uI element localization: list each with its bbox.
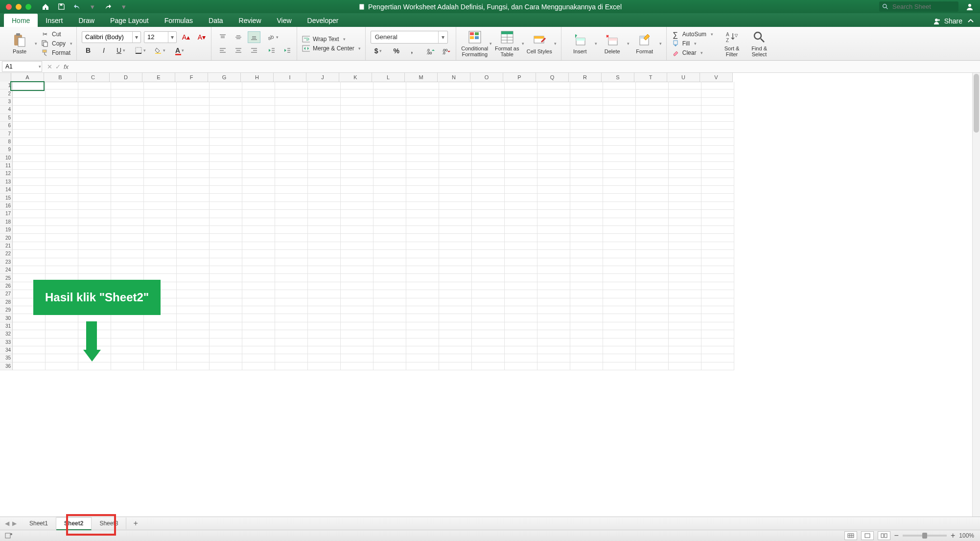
cell[interactable] bbox=[570, 234, 603, 242]
cell[interactable] bbox=[701, 226, 734, 234]
cell[interactable] bbox=[472, 210, 505, 218]
cell[interactable] bbox=[275, 122, 308, 130]
cell[interactable] bbox=[669, 202, 701, 210]
cell[interactable] bbox=[308, 162, 341, 170]
cell[interactable] bbox=[439, 82, 472, 90]
cell[interactable] bbox=[603, 138, 636, 146]
cell[interactable] bbox=[701, 354, 734, 362]
cell[interactable] bbox=[570, 226, 603, 234]
cell[interactable] bbox=[505, 210, 537, 218]
cell[interactable] bbox=[406, 338, 439, 346]
cell[interactable] bbox=[669, 154, 701, 162]
cell[interactable] bbox=[144, 202, 177, 210]
cell[interactable] bbox=[242, 250, 275, 258]
cell[interactable] bbox=[472, 218, 505, 226]
cell[interactable] bbox=[111, 98, 144, 106]
cell[interactable] bbox=[570, 250, 603, 258]
cell[interactable] bbox=[439, 218, 472, 226]
cond-format-caret[interactable]: ▾ bbox=[489, 41, 493, 46]
cell[interactable] bbox=[505, 290, 537, 298]
cell[interactable] bbox=[210, 306, 242, 314]
cell[interactable] bbox=[13, 250, 46, 258]
cell[interactable] bbox=[373, 266, 406, 274]
decrease-font-button[interactable]: A▾ bbox=[195, 31, 208, 43]
cell[interactable] bbox=[275, 162, 308, 170]
cell[interactable] bbox=[603, 146, 636, 154]
cell[interactable] bbox=[570, 266, 603, 274]
cell[interactable] bbox=[78, 98, 111, 106]
cell[interactable] bbox=[537, 162, 570, 170]
cell[interactable] bbox=[210, 338, 242, 346]
cell[interactable] bbox=[13, 194, 46, 202]
vertical-scrollbar[interactable] bbox=[972, 73, 980, 517]
cell[interactable] bbox=[701, 306, 734, 314]
cell[interactable] bbox=[78, 122, 111, 130]
cell[interactable] bbox=[242, 178, 275, 186]
currency-button[interactable]: $▾ bbox=[371, 45, 387, 57]
cell[interactable] bbox=[701, 98, 734, 106]
cell[interactable] bbox=[701, 114, 734, 122]
cell[interactable] bbox=[242, 162, 275, 170]
cell[interactable] bbox=[13, 106, 46, 113]
cell[interactable] bbox=[472, 202, 505, 210]
cell[interactable] bbox=[275, 274, 308, 282]
cell[interactable] bbox=[341, 338, 373, 346]
cell[interactable] bbox=[144, 154, 177, 162]
cell[interactable] bbox=[144, 146, 177, 154]
cell[interactable] bbox=[341, 242, 373, 250]
cell[interactable] bbox=[701, 314, 734, 322]
cell[interactable] bbox=[505, 346, 537, 354]
cell[interactable] bbox=[78, 82, 111, 90]
cell[interactable] bbox=[603, 306, 636, 314]
cell[interactable] bbox=[308, 338, 341, 346]
cell[interactable] bbox=[669, 234, 701, 242]
row-header[interactable]: 14 bbox=[0, 186, 13, 194]
cell[interactable] bbox=[669, 106, 701, 113]
cell[interactable] bbox=[275, 306, 308, 314]
cell[interactable] bbox=[537, 194, 570, 202]
cell[interactable] bbox=[537, 266, 570, 274]
cell[interactable] bbox=[603, 122, 636, 130]
cell[interactable] bbox=[505, 250, 537, 258]
cell[interactable] bbox=[111, 362, 144, 370]
row-header[interactable]: 10 bbox=[0, 154, 13, 162]
cell[interactable] bbox=[636, 90, 669, 97]
cell[interactable] bbox=[439, 290, 472, 298]
cell[interactable] bbox=[537, 130, 570, 137]
cell[interactable] bbox=[144, 114, 177, 122]
cell[interactable] bbox=[242, 314, 275, 322]
cell[interactable] bbox=[78, 146, 111, 154]
window-zoom-button[interactable] bbox=[25, 4, 31, 10]
cell[interactable] bbox=[46, 314, 78, 322]
cell[interactable] bbox=[537, 106, 570, 113]
cell[interactable] bbox=[603, 362, 636, 370]
sheet-tab-sheet2[interactable]: Sheet2 bbox=[56, 517, 92, 530]
ribbon-collapse-icon[interactable] bbox=[967, 18, 974, 24]
cell[interactable] bbox=[341, 226, 373, 234]
cell[interactable] bbox=[406, 90, 439, 97]
cell[interactable] bbox=[341, 362, 373, 370]
cell[interactable] bbox=[636, 354, 669, 362]
cell[interactable] bbox=[570, 122, 603, 130]
cell[interactable] bbox=[242, 170, 275, 178]
cell[interactable] bbox=[111, 114, 144, 122]
comma-button[interactable]: ﹐ bbox=[406, 45, 419, 57]
fill-caret[interactable]: ▾ bbox=[693, 41, 698, 46]
cell[interactable] bbox=[669, 250, 701, 258]
cell[interactable] bbox=[46, 226, 78, 234]
cell[interactable] bbox=[669, 114, 701, 122]
cell[interactable] bbox=[537, 282, 570, 290]
cell[interactable] bbox=[669, 186, 701, 194]
cell[interactable] bbox=[373, 346, 406, 354]
cell[interactable] bbox=[636, 106, 669, 113]
cell[interactable] bbox=[210, 162, 242, 170]
cell[interactable] bbox=[144, 250, 177, 258]
cell[interactable] bbox=[669, 282, 701, 290]
cell[interactable] bbox=[13, 122, 46, 130]
cell[interactable] bbox=[406, 314, 439, 322]
cell[interactable] bbox=[603, 314, 636, 322]
cell[interactable] bbox=[505, 90, 537, 97]
cell[interactable] bbox=[406, 194, 439, 202]
cell[interactable] bbox=[46, 242, 78, 250]
cell[interactable] bbox=[46, 122, 78, 130]
